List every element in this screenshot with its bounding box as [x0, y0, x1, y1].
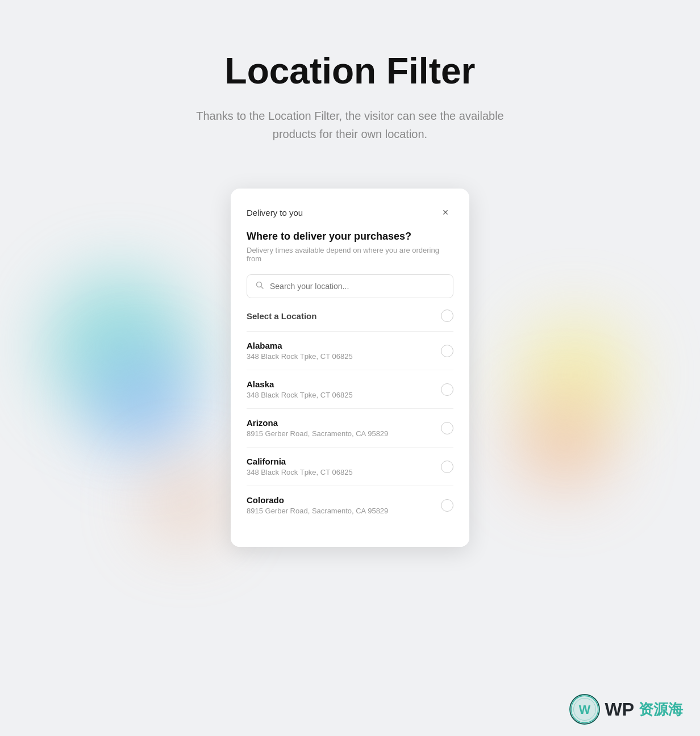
location-name: Alaska	[247, 379, 353, 389]
location-name: California	[247, 457, 353, 466]
modal-description: Delivery times available depend on where…	[247, 246, 453, 263]
list-item[interactable]: California 348 Black Rock Tpke, CT 06825	[247, 447, 453, 486]
location-radio[interactable]	[441, 422, 453, 434]
list-item[interactable]: Alaska 348 Black Rock Tpke, CT 06825	[247, 370, 453, 408]
watermark-chinese-text: 资源海	[639, 700, 683, 720]
location-name: Arizona	[247, 418, 388, 428]
location-info: Alaska 348 Black Rock Tpke, CT 06825	[247, 379, 353, 399]
watermark: W WP 资源海	[569, 694, 683, 725]
location-name: Colorado	[247, 495, 388, 505]
select-location-label: Select a Location	[247, 311, 316, 321]
modal-question: Where to deliver your purchases?	[247, 231, 453, 242]
location-radio[interactable]	[441, 383, 453, 396]
modal-fade	[231, 524, 469, 547]
watermark-wp-text: WP	[605, 699, 634, 720]
location-radio[interactable]	[441, 499, 453, 512]
list-item[interactable]: Arizona 8915 Gerber Road, Sacramento, CA…	[247, 408, 453, 447]
location-address: 348 Black Rock Tpke, CT 06825	[247, 468, 353, 476]
location-info: California 348 Black Rock Tpke, CT 06825	[247, 457, 353, 476]
location-info: Colorado 8915 Gerber Road, Sacramento, C…	[247, 495, 388, 515]
page-title: Location Filter	[225, 51, 476, 91]
search-container[interactable]	[247, 274, 453, 298]
modal-header-title: Delivery to you	[247, 208, 303, 218]
search-input[interactable]	[270, 282, 445, 291]
select-location-radio[interactable]	[441, 310, 453, 322]
delivery-modal: Delivery to you × Where to deliver your …	[231, 189, 469, 547]
list-item[interactable]: Alabama 348 Black Rock Tpke, CT 06825	[247, 331, 453, 370]
wordpress-logo-icon: W	[569, 694, 600, 725]
select-location-header[interactable]: Select a Location	[247, 310, 453, 331]
location-name: Alabama	[247, 341, 353, 350]
search-icon	[255, 281, 264, 292]
page-content: Location Filter Thanks to the Location F…	[0, 0, 700, 547]
select-location-label-container: Select a Location	[247, 311, 316, 321]
svg-line-1	[261, 287, 264, 289]
modal-header: Delivery to you ×	[247, 204, 453, 220]
location-address: 8915 Gerber Road, Sacramento, CA 95829	[247, 429, 388, 438]
location-address: 8915 Gerber Road, Sacramento, CA 95829	[247, 507, 388, 515]
list-item[interactable]: Colorado 8915 Gerber Road, Sacramento, C…	[247, 486, 453, 524]
svg-text:W: W	[579, 702, 591, 717]
location-radio[interactable]	[441, 461, 453, 473]
location-radio[interactable]	[441, 345, 453, 357]
location-address: 348 Black Rock Tpke, CT 06825	[247, 391, 353, 399]
location-list: Select a Location Alabama 348 Black Rock…	[247, 310, 453, 524]
location-info: Alabama 348 Black Rock Tpke, CT 06825	[247, 341, 353, 361]
modal-close-button[interactable]: ×	[438, 204, 453, 220]
page-subtitle: Thanks to the Location Filter, the visit…	[191, 107, 509, 143]
location-info: Arizona 8915 Gerber Road, Sacramento, CA…	[247, 418, 388, 438]
location-address: 348 Black Rock Tpke, CT 06825	[247, 352, 353, 361]
